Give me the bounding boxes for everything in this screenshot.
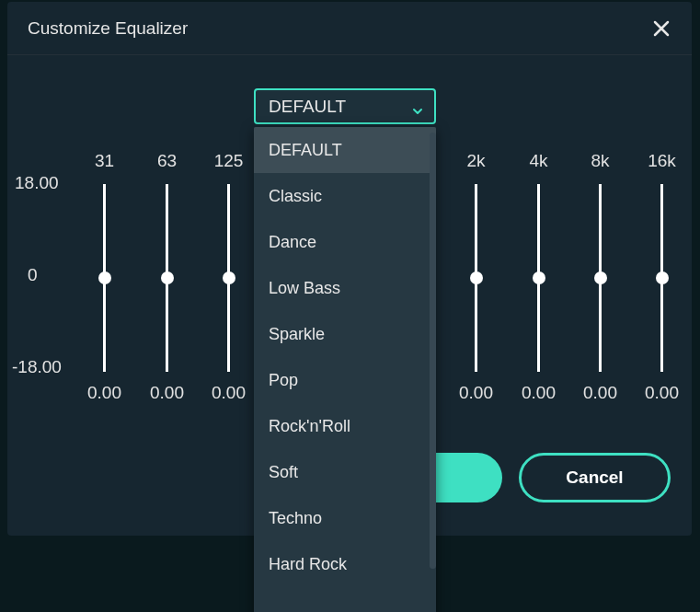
- preset-select[interactable]: DEFAULT: [254, 88, 436, 124]
- preset-selected-label: DEFAULT: [269, 97, 346, 117]
- eq-band: 16k0.00: [631, 147, 693, 403]
- eq-band: 1250.00: [198, 147, 259, 403]
- eq-band-slider[interactable]: [103, 184, 106, 372]
- preset-dropdown[interactable]: DEFAULTClassicDanceLow BassSparklePopRoc…: [254, 127, 436, 612]
- preset-option[interactable]: Classic: [254, 173, 436, 219]
- eq-band-value: 0.00: [87, 383, 121, 403]
- preset-option[interactable]: Hard Rock: [254, 541, 436, 587]
- eq-band: 4k0.00: [508, 147, 569, 403]
- eq-band: 2k0.00: [445, 147, 507, 403]
- dialog-content: DEFAULT 18.00 0 -18.00 310.00630.001250.…: [7, 55, 692, 536]
- cancel-button[interactable]: Cancel: [519, 453, 671, 502]
- eq-band-value: 0.00: [645, 383, 679, 403]
- dropdown-scrollbar[interactable]: [430, 133, 436, 569]
- eq-band-freq: 8k: [591, 147, 609, 175]
- eq-band-slider[interactable]: [475, 184, 477, 372]
- eq-band-slider[interactable]: [537, 184, 540, 372]
- eq-band: 310.00: [74, 147, 135, 403]
- eq-band-value: 0.00: [459, 383, 493, 403]
- eq-band-thumb[interactable]: [594, 271, 607, 284]
- eq-band-freq: 4k: [529, 147, 547, 175]
- preset-option[interactable]: Low Bass: [254, 265, 436, 311]
- titlebar: Customize Equalizer: [7, 2, 692, 55]
- eq-band-value: 0.00: [150, 383, 184, 403]
- eq-band-thumb[interactable]: [98, 271, 111, 284]
- scale-max-label: 18.00: [15, 173, 59, 193]
- dialog-title: Customize Equalizer: [28, 18, 188, 39]
- preset-option[interactable]: DEFAULT: [254, 127, 436, 173]
- eq-band-freq: 125: [214, 147, 244, 175]
- eq-band-slider[interactable]: [599, 184, 602, 372]
- eq-band-thumb[interactable]: [656, 271, 669, 284]
- preset-option[interactable]: Pop: [254, 357, 436, 403]
- eq-band-freq: 16k: [648, 147, 676, 175]
- eq-band-thumb[interactable]: [470, 271, 483, 284]
- preset-option[interactable]: Sparkle: [254, 311, 436, 357]
- close-icon[interactable]: [653, 17, 670, 40]
- preset-dropdown-list: DEFAULTClassicDanceLow BassSparklePopRoc…: [254, 127, 436, 587]
- eq-band-value: 0.00: [583, 383, 617, 403]
- eq-band-thumb[interactable]: [533, 271, 545, 284]
- cancel-label: Cancel: [566, 468, 623, 488]
- scale-min-label: -18.00: [12, 357, 62, 377]
- eq-band-slider[interactable]: [166, 184, 168, 372]
- eq-band-freq: 2k: [466, 147, 485, 175]
- eq-band-slider[interactable]: [227, 184, 230, 372]
- chevron-down-icon: [412, 101, 423, 112]
- equalizer-dialog: Customize Equalizer DEFAULT 18.00 0 -18.…: [7, 2, 692, 536]
- eq-band: 630.00: [136, 147, 198, 403]
- eq-band-value: 0.00: [522, 383, 556, 403]
- eq-band-thumb[interactable]: [161, 271, 174, 284]
- eq-band-slider[interactable]: [660, 184, 663, 372]
- preset-option[interactable]: Dance: [254, 219, 436, 265]
- eq-band-freq: 31: [95, 147, 114, 175]
- scale-mid-label: 0: [28, 265, 38, 285]
- eq-band-value: 0.00: [212, 383, 246, 403]
- eq-band-thumb[interactable]: [223, 271, 235, 284]
- preset-option[interactable]: Soft: [254, 449, 436, 495]
- eq-band: 8k0.00: [569, 147, 631, 403]
- preset-option[interactable]: Techno: [254, 495, 436, 541]
- eq-band-freq: 63: [157, 147, 177, 175]
- preset-option[interactable]: Rock'n'Roll: [254, 403, 436, 449]
